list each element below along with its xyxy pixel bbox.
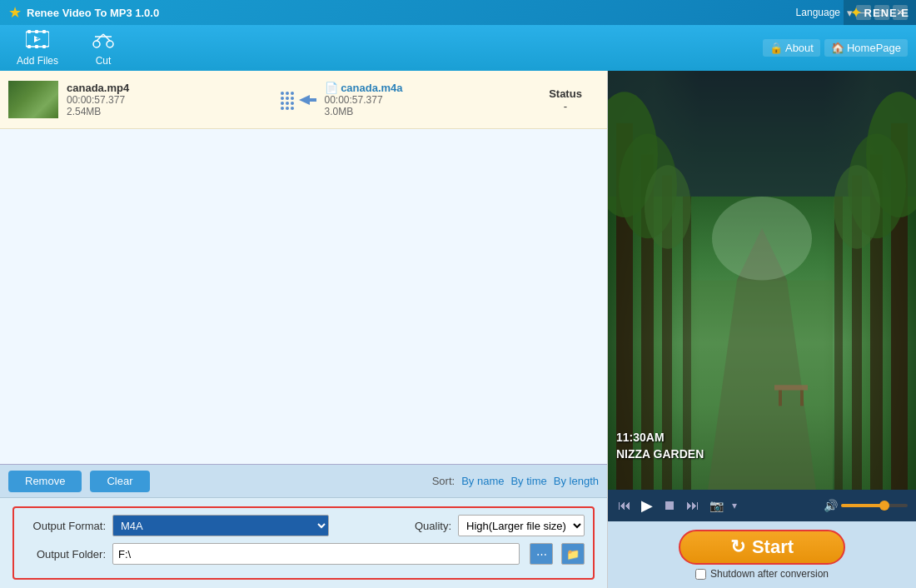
cut-button[interactable]: Cut — [83, 26, 123, 71]
svg-line-11 — [97, 34, 103, 41]
screenshot-button[interactable]: 📷 — [708, 499, 725, 512]
svg-rect-1 — [27, 30, 31, 33]
svg-rect-43 — [691, 281, 833, 491]
remove-button[interactable]: Remove — [8, 471, 82, 492]
svg-point-9 — [93, 41, 100, 47]
brand-name: RENE·E — [864, 7, 909, 19]
skip-forward-button[interactable]: ⏭ — [685, 498, 701, 513]
table-row: canada.mp4 00:00:57.377 2.54MB — [0, 71, 607, 129]
svg-rect-2 — [35, 30, 38, 33]
refresh-icon: ↻ — [730, 536, 745, 558]
add-files-label: Add Files — [17, 55, 58, 67]
titlebar: ★ Renee Video To MP3 1.0.0 Language ▾ — … — [0, 0, 916, 25]
clear-button[interactable]: Clear — [90, 471, 149, 492]
play-button[interactable]: ▶ — [640, 496, 655, 515]
shutdown-label: Shutdown after conversion — [710, 568, 829, 580]
shutdown-checkbox[interactable] — [695, 569, 706, 580]
svg-point-16 — [291, 92, 294, 95]
brand-logo: ✦ RENE·E — [844, 0, 916, 25]
sort-controls: Sort: By name By time By length — [432, 475, 599, 487]
svg-point-44 — [712, 197, 812, 281]
preview-timestamp: 11:30AM — [616, 431, 665, 444]
source-size: 2.54MB — [67, 106, 275, 117]
file-icon: 📄 — [325, 82, 338, 94]
svg-rect-47 — [800, 391, 804, 406]
screenshot-dropdown-icon[interactable]: ▾ — [732, 500, 737, 511]
topnav-right: 🔒 About 🏠 HomePage — [763, 25, 908, 71]
source-duration: 00:00:57.377 — [67, 94, 275, 106]
svg-point-21 — [286, 102, 289, 105]
volume-thumb[interactable] — [879, 501, 889, 511]
stop-button[interactable]: ⏹ — [661, 498, 678, 513]
output-filename: 📄 canada.m4a — [325, 82, 533, 94]
video-preview: 11:30AM NIZZA GARDEN — [608, 71, 916, 490]
svg-rect-45 — [774, 385, 808, 390]
shutdown-row: Shutdown after conversion — [695, 568, 829, 580]
about-icon: 🔒 — [769, 42, 783, 54]
svg-rect-46 — [779, 391, 782, 406]
format-section: Output Format: M4A MP3 AAC WAV FLAC Qual… — [12, 506, 595, 580]
sort-label: Sort: — [432, 475, 455, 487]
svg-point-18 — [286, 97, 289, 100]
cut-icon — [92, 30, 115, 53]
file-thumbnail — [8, 81, 58, 118]
source-filename: canada.mp4 — [67, 82, 275, 94]
quality-label: Quality: — [415, 520, 451, 532]
about-button[interactable]: 🔒 About — [763, 39, 820, 57]
preview-background: 11:30AM NIZZA GARDEN — [608, 71, 916, 490]
add-files-button[interactable]: + Add Files — [8, 26, 67, 71]
sort-by-name-link[interactable]: By name — [461, 475, 504, 487]
output-format-row: Output Format: M4A MP3 AAC WAV FLAC Qual… — [22, 515, 585, 536]
svg-point-25 — [291, 107, 294, 110]
quality-select[interactable]: High(Larger file size) Medium Low — [458, 515, 585, 536]
volume-control: 🔊 — [824, 499, 908, 512]
status-value: - — [532, 100, 599, 112]
start-button[interactable]: ↻ Start — [679, 530, 845, 565]
svg-rect-3 — [42, 30, 46, 33]
start-label: Start — [752, 536, 794, 558]
svg-marker-26 — [299, 95, 310, 105]
cut-label: Cut — [96, 55, 112, 67]
svg-point-42 — [834, 165, 880, 249]
svg-point-14 — [281, 92, 284, 95]
status-column: Status - — [532, 87, 599, 112]
sort-by-length-link[interactable]: By length — [554, 475, 599, 487]
svg-point-15 — [286, 92, 289, 95]
app-logo-icon: ★ — [8, 3, 22, 22]
homepage-label: HomePage — [847, 42, 901, 54]
open-folder-button[interactable]: 📁 — [561, 543, 585, 565]
status-header: Status — [532, 87, 599, 100]
svg-point-10 — [107, 41, 113, 47]
settings-area: Output Format: M4A MP3 AAC WAV FLAC Qual… — [0, 497, 607, 588]
svg-point-39 — [645, 165, 691, 249]
convert-arrow — [275, 90, 325, 110]
home-icon: 🏠 — [831, 42, 844, 54]
svg-rect-6 — [42, 45, 46, 48]
svg-rect-27 — [310, 98, 316, 102]
volume-slider[interactable] — [841, 504, 908, 507]
bottom-action-bar: Remove Clear Sort: By name By time By le… — [0, 464, 607, 497]
browse-folder-button[interactable]: ⋯ — [530, 543, 553, 565]
file-list: canada.mp4 00:00:57.377 2.54MB — [0, 71, 607, 464]
svg-point-22 — [291, 102, 294, 105]
player-controls: ⏮ ▶ ⏹ ⏭ 📷 ▾ 🔊 — [608, 490, 916, 521]
homepage-button[interactable]: 🏠 HomePage — [824, 39, 908, 57]
svg-rect-32 — [683, 197, 691, 490]
svg-rect-4 — [27, 45, 31, 48]
sort-by-time-link[interactable]: By time — [510, 475, 546, 487]
output-duration: 00:00:57.377 — [325, 94, 533, 106]
format-select-wrapper: M4A MP3 AAC WAV FLAC — [112, 515, 391, 536]
format-select[interactable]: M4A MP3 AAC WAV FLAC — [112, 515, 329, 536]
output-folder-label: Output Folder: — [22, 548, 106, 561]
output-size: 3.0MB — [325, 106, 533, 117]
skip-back-button[interactable]: ⏮ — [616, 498, 633, 513]
volume-fill — [841, 504, 884, 507]
volume-icon: 🔊 — [824, 499, 838, 512]
svg-point-24 — [286, 107, 289, 110]
svg-text:+: + — [36, 35, 40, 42]
svg-point-19 — [291, 97, 294, 100]
folder-input[interactable] — [112, 543, 520, 565]
svg-rect-5 — [35, 45, 38, 48]
main-area: canada.mp4 00:00:57.377 2.54MB — [0, 71, 916, 588]
add-files-icon: + — [26, 30, 49, 53]
